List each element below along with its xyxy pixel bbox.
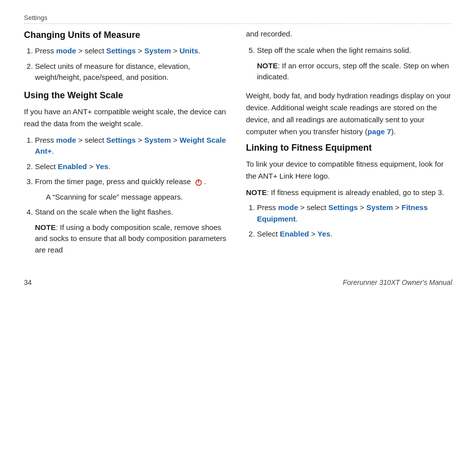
note-label-1: NOTE <box>35 223 56 232</box>
step5-note: NOTE: If an error occurs, step off the s… <box>257 60 452 83</box>
system-link-3[interactable]: System <box>366 203 393 212</box>
units-step-1: Press mode > select Settings > System > … <box>35 45 230 57</box>
yes-link-2[interactable]: Yes <box>317 230 330 238</box>
step5-text: Step off the scale when the light remain… <box>257 46 411 54</box>
section-title-fitness: Linking to Fitness Equipment <box>246 143 452 153</box>
weight-scale-step-3: From the timer page, press and quickly r… <box>35 176 230 203</box>
fitness-step-1: Press mode > select Settings > System > … <box>257 202 452 225</box>
step5-note-text: : If an error occurs, step off the scale… <box>257 61 449 81</box>
right-col-steps: Step off the scale when the light remain… <box>257 45 452 83</box>
body-text-end: ). <box>391 127 396 136</box>
weight-scale-intro: If you have an ANT+ compatible weight sc… <box>24 106 230 130</box>
body-text-span: Weight, body fat, and body hydration rea… <box>246 91 451 136</box>
units-link[interactable]: Units <box>180 46 199 55</box>
manual-title: Forerunner 310XT Owner's Manual <box>343 278 452 286</box>
weight-scale-step-1: Press mode > select Settings > System > … <box>35 135 230 157</box>
mode-link-2[interactable]: mode <box>56 136 76 144</box>
weight-scale-steps: Press mode > select Settings > System > … <box>35 135 230 256</box>
fitness-note-text: : If fitness equipment is already enable… <box>267 188 444 197</box>
page-number: 34 <box>24 278 32 286</box>
page: Settings Changing Units of Measure Press… <box>0 0 476 476</box>
body-text: Weight, body fat, and body hydration rea… <box>246 90 452 138</box>
section-title-weight-scale: Using the Weight Scale <box>24 90 230 101</box>
system-link-1[interactable]: System <box>144 46 171 55</box>
step3-note: A “Scanning for scale” message appears. <box>46 192 230 203</box>
section-changing-units: Changing Units of Measure Press mode > s… <box>24 30 230 83</box>
note-label-3: NOTE <box>246 188 267 197</box>
section-fitness-equipment: Linking to Fitness Equipment To link you… <box>246 143 452 240</box>
left-column: Changing Units of Measure Press mode > s… <box>24 28 230 262</box>
mode-link-1[interactable]: mode <box>56 46 76 55</box>
breadcrumb-text: Settings <box>24 14 47 21</box>
step4-note: NOTE: If using a body composition scale,… <box>35 222 230 256</box>
fitness-steps: Press mode > select Settings > System > … <box>257 202 452 240</box>
two-column-layout: Changing Units of Measure Press mode > s… <box>24 28 452 262</box>
weight-scale-step-4: Stand on the scale when the light flashe… <box>35 207 230 255</box>
units-steps: Press mode > select Settings > System > … <box>35 45 230 83</box>
settings-link-3[interactable]: Settings <box>328 203 358 212</box>
page7-link[interactable]: page 7 <box>367 127 391 136</box>
yes-link-1[interactable]: Yes <box>95 162 108 171</box>
fitness-step-2: Select Enabled > Yes. <box>257 229 452 240</box>
system-link-2[interactable]: System <box>144 136 171 144</box>
note-label-2: NOTE <box>257 61 278 70</box>
enabled-link-1[interactable]: Enabled <box>58 162 87 171</box>
weight-scale-step-2: Select Enabled > Yes. <box>35 161 230 173</box>
right-column: and recorded. Step off the scale when th… <box>246 28 452 262</box>
power-icon <box>194 178 203 187</box>
enabled-link-2[interactable]: Enabled <box>280 230 309 238</box>
units-step-2: Select units of measure for distance, el… <box>35 61 230 83</box>
continued-text: and recorded. <box>246 28 452 40</box>
fitness-intro: To link your device to compatible fitnes… <box>246 158 452 182</box>
right-step-5: Step off the scale when the light remain… <box>257 45 452 83</box>
breadcrumb: Settings <box>24 14 452 24</box>
settings-link-1[interactable]: Settings <box>106 46 136 55</box>
section-weight-scale: Using the Weight Scale If you have an AN… <box>24 90 230 256</box>
continued-text-span: and recorded. <box>246 29 292 38</box>
mode-link-3[interactable]: mode <box>278 203 298 212</box>
settings-link-2[interactable]: Settings <box>106 136 136 144</box>
page-footer: 34 Forerunner 310XT Owner's Manual <box>24 278 452 286</box>
section-title-units: Changing Units of Measure <box>24 30 230 40</box>
fitness-note: NOTE: If fitness equipment is already en… <box>246 187 452 199</box>
